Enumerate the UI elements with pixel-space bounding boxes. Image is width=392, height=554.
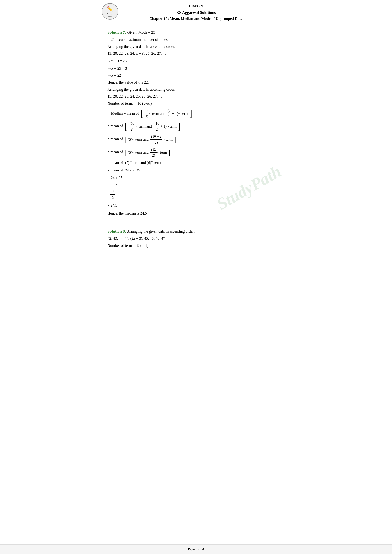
- median-row-8: = 49 2: [108, 188, 285, 201]
- header-chapter: Chapter 18: Mean, Median and Mode of Ung…: [98, 16, 294, 22]
- sol8-numterms: Number of terms = 9 (odd): [108, 242, 285, 249]
- sol7-hence1: Hence, the value of x is 22.: [108, 79, 285, 85]
- logo-text: Study Path: [107, 13, 113, 18]
- median-row-3: = mean of [ (5)th term and (10 + 2 2) th…: [108, 134, 285, 145]
- solution-8-block: Solution 8: Arranging the given data in …: [108, 228, 285, 249]
- solution7-header: Solution 7: Given: Mode = 25: [108, 29, 285, 35]
- median-block: ∴ Median = mean of [ (n 2) th term and (…: [108, 108, 285, 208]
- median-row-1: ∴ Median = mean of [ (n 2) th term and (…: [108, 108, 285, 119]
- page-header: ✏️ Study Path Class - 9 RS Aggarwal Solu…: [98, 0, 294, 24]
- median-row-4: = mean of [ (5)th term and (12 2) th ter…: [108, 147, 285, 158]
- sol7-implies1: ⇒ x = 25 − 3: [108, 65, 285, 71]
- solution-7-block: Solution 7: Given: Mode = 25 ∴ 25 occurs…: [108, 29, 285, 216]
- header-book: RS Aggarwal Solutions: [98, 9, 294, 16]
- sol7-therefore1: ∴ x + 3 = 25: [108, 58, 285, 64]
- sol7-line3: Arranging the given data in ascending or…: [108, 86, 285, 93]
- sol7-hence2: Hence, the median is 24.5: [108, 210, 285, 216]
- sol7-data1: 15, 20, 22, 23, 24, x + 3, 25, 26, 27, 4…: [108, 50, 285, 57]
- logo: ✏️ Study Path: [100, 2, 119, 21]
- median-intro-label: ∴ Median = mean of: [108, 110, 139, 117]
- solution7-given: Given: Mode = 25: [127, 30, 155, 34]
- logo-circle: ✏️ Study Path: [102, 3, 118, 20]
- median-row-7: = 24 + 25 2: [108, 175, 285, 187]
- median-row-5: = mean of [(5)th term and (6)th term]: [108, 160, 285, 166]
- median-row-6: = mean of [24 and 25]: [108, 167, 285, 173]
- header-class: Class - 9: [98, 3, 294, 9]
- sol7-line2: Arranging the given data in ascending or…: [108, 44, 285, 50]
- page-content: Solution 7: Given: Mode = 25 ∴ 25 occurs…: [98, 24, 294, 267]
- sol8-data1: 42, 43, 44, 44, (2x + 3), 45, 45, 46, 47: [108, 235, 285, 242]
- solution8-line1: Arranging the given data in ascending or…: [127, 229, 195, 233]
- sol7-step8: = 24.5: [108, 202, 117, 208]
- sol7-line1: ∴ 25 occurs maximum number of times.: [108, 36, 285, 43]
- sol7-implies2: ⇒ x = 22: [108, 72, 285, 78]
- median-row-2: = mean of [ (10 2) th term and (10 2 +: [108, 121, 285, 132]
- solution8-header: Solution 8: Arranging the given data in …: [108, 228, 285, 235]
- sol7-step5: = mean of [24 and 25]: [108, 167, 141, 173]
- sol7-data2: 15, 20, 22, 23, 24, 25, 25, 26, 27, 40: [108, 93, 285, 99]
- median-row-9: = 24.5: [108, 202, 285, 208]
- sol7-numterms: Number of terms = 10 (even): [108, 100, 285, 107]
